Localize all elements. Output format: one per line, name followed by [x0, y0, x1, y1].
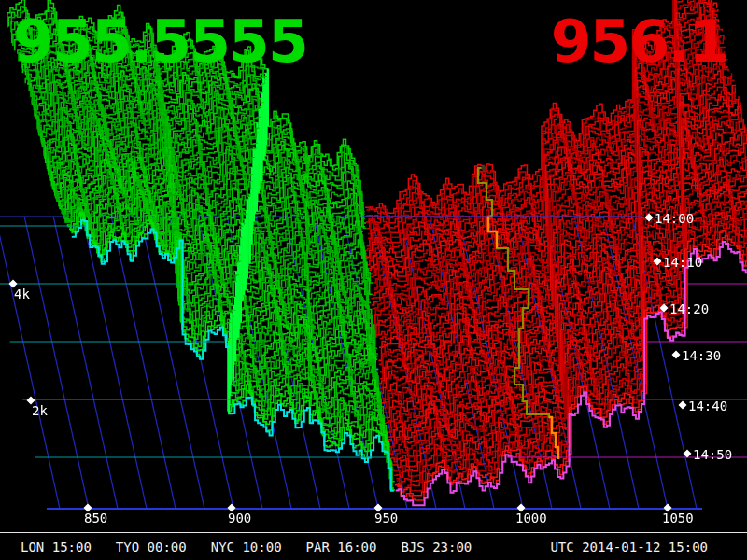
price-tick-950: 950 — [374, 511, 398, 525]
price-tick-1050: 1050 — [662, 511, 694, 525]
price-tick-1000: 1000 — [515, 511, 547, 525]
time-tick-1410: 14:10 — [663, 256, 702, 269]
clock-par: PAR 16:00 — [306, 539, 377, 554]
time-tick-1450: 14:50 — [693, 448, 732, 461]
qty-tick-2k: 2k — [32, 404, 48, 417]
best-ask-quote: 956.1 — [551, 12, 727, 71]
time-tick-1440: 14:40 — [688, 399, 727, 413]
clock-tyo: TYO 00:00 — [116, 539, 187, 554]
price-tick-900: 900 — [228, 511, 251, 525]
depth-history-chart-canvas[interactable] — [0, 0, 747, 560]
best-bid-quote: 955.5555 — [13, 12, 307, 71]
time-tick-1430: 14:30 — [682, 349, 721, 362]
time-tick-1400: 14:00 — [655, 212, 694, 225]
time-tick-1420: 14:20 — [669, 302, 709, 315]
clock-lon: LON 15:00 — [21, 539, 92, 554]
status-bar: LON 15:00 TYO 00:00 NYC 10:00 PAR 16:00 … — [0, 532, 747, 560]
clock-nyc: NYC 10:00 — [211, 539, 282, 554]
qty-tick-4k: 4k — [14, 287, 30, 301]
clock-utc: UTC 2014-01-12 15:00 — [550, 539, 708, 554]
clock-bjs: BJS 23:00 — [401, 539, 472, 554]
price-tick-850: 850 — [84, 511, 107, 525]
order-book-3d-app: 955.5555 956.1 850 900 950 1000 1050 14:… — [0, 0, 747, 560]
